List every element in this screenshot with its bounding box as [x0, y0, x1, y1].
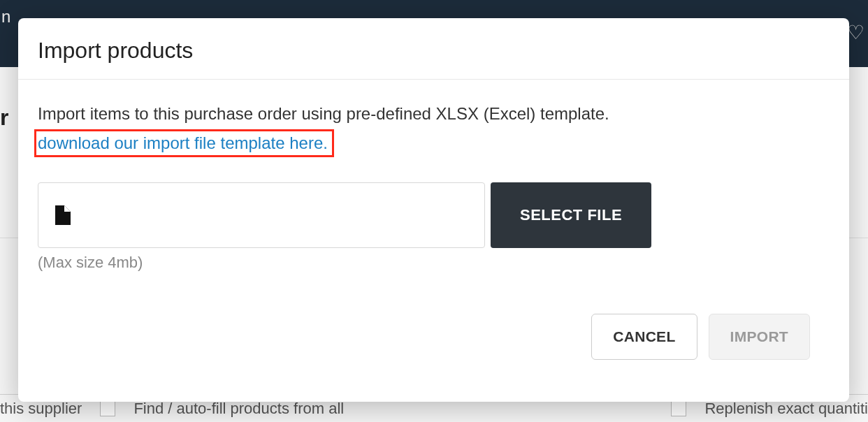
- favorite-icon[interactable]: ♡: [847, 21, 865, 44]
- instruction-text: Import items to this purchase order usin…: [38, 102, 830, 126]
- modal-header: Import products: [18, 18, 849, 80]
- file-icon: [54, 205, 71, 225]
- bg-header-fragment: n: [1, 7, 10, 27]
- bg-page-title-fragment: r: [0, 105, 8, 131]
- modal-footer: CANCEL IMPORT: [38, 314, 830, 378]
- max-size-hint: (Max size 4mb): [38, 254, 830, 272]
- selected-file-display: [38, 182, 485, 248]
- cancel-button[interactable]: CANCEL: [591, 314, 697, 360]
- bg-option-text-3: Replenish exact quantiti: [704, 400, 868, 418]
- bg-option-text-2: Find / auto-fill products from all: [133, 400, 344, 418]
- select-file-button[interactable]: SELECT FILE: [491, 182, 651, 248]
- file-select-row: SELECT FILE: [38, 182, 830, 248]
- bg-option-text-1: this supplier: [0, 400, 82, 418]
- bg-checkbox-2[interactable]: [671, 401, 686, 416]
- modal-body: Import items to this purchase order usin…: [18, 80, 849, 402]
- import-products-modal: Import products Import items to this pur…: [18, 18, 849, 402]
- download-template-link[interactable]: download our import file template here.: [34, 129, 334, 157]
- import-button[interactable]: IMPORT: [709, 314, 810, 360]
- modal-title: Import products: [38, 38, 830, 64]
- bg-checkbox-1[interactable]: [100, 401, 115, 416]
